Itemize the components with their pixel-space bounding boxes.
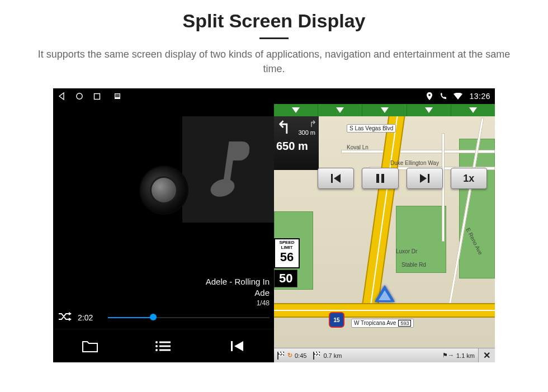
dist-checker-value: 0.7 km — [323, 352, 342, 359]
navigation-pane: 15 S Las Vegas Blvd Koval Ln Duke Elling… — [274, 104, 495, 362]
speed-limit-sign: SPEED LIMIT 56 — [274, 238, 300, 268]
route-flag-icon: ⚑→ — [442, 352, 454, 359]
speed-limit-value: 56 — [275, 251, 299, 264]
lane-guidance-strip — [274, 104, 495, 116]
lane-arrow-icon — [274, 104, 318, 116]
svg-point-9 — [155, 349, 158, 351]
main-turn-distance: 650 m — [276, 136, 316, 153]
svg-rect-12 — [331, 174, 333, 183]
road-label: S Las Vegas Blvd — [347, 124, 396, 133]
turn-left-icon: ↰ — [276, 119, 291, 136]
page-title: Split Screen Display — [0, 0, 548, 32]
open-folder-button[interactable] — [65, 339, 115, 353]
map-park-block — [459, 139, 495, 278]
nav-bottom-bar: ↻ 0:45 0.7 km ⚑→ 1.1 km ✕ — [274, 348, 495, 362]
page-subtitle: It supports the same screen display of t… — [0, 47, 548, 88]
close-button[interactable]: ✕ — [478, 348, 495, 362]
home-icon[interactable] — [75, 92, 83, 100]
svg-point-7 — [155, 345, 158, 347]
svg-rect-14 — [381, 174, 384, 183]
location-icon — [426, 92, 433, 100]
road-label: Koval Ln — [347, 144, 369, 150]
media-next-button[interactable] — [407, 168, 443, 189]
elapsed-time: 2:02 — [78, 313, 102, 322]
svg-rect-13 — [376, 174, 379, 183]
wifi-icon — [453, 93, 462, 100]
close-icon: ✕ — [483, 350, 490, 361]
road-label: Luxor Dr — [396, 248, 417, 254]
music-note-icon — [210, 141, 249, 197]
status-clock: 13:26 — [469, 92, 490, 101]
title-underline — [259, 37, 289, 39]
route-shield: 593 — [398, 320, 411, 327]
svg-rect-11 — [231, 341, 233, 351]
lane-arrow-icon — [318, 104, 362, 116]
interstate-shield-icon: 15 — [329, 312, 344, 328]
lane-arrow-icon — [362, 104, 407, 116]
road-label: W Tropicana Ave593 — [351, 319, 414, 328]
track-title: Adele - Rolling In — [53, 276, 270, 287]
track-artist: Ade — [53, 287, 270, 299]
recent-apps-icon[interactable] — [93, 93, 101, 100]
dist-flag-value: 1.1 km — [456, 352, 475, 359]
track-metadata: Adele - Rolling In Ade 1/48 — [53, 276, 274, 308]
assistive-joystick[interactable] — [140, 167, 187, 214]
checkered-flag-icon — [277, 352, 285, 360]
dist-checker-cell[interactable]: 0.7 km — [310, 352, 345, 360]
current-position-icon — [375, 285, 395, 302]
turn-instruction-panel: ↰ ↱ 300 m 650 m — [274, 116, 319, 170]
media-prev-button[interactable] — [318, 168, 354, 189]
svg-point-5 — [155, 341, 158, 343]
album-art-placeholder — [182, 116, 277, 223]
eta-clock-icon: ↻ — [287, 352, 292, 359]
track-index: 1/48 — [53, 299, 270, 308]
current-speed: 50 — [274, 270, 297, 287]
back-icon[interactable] — [58, 92, 65, 100]
svg-rect-10 — [159, 349, 171, 351]
media-pause-button[interactable] — [362, 168, 398, 189]
map-canvas[interactable]: 15 S Las Vegas Blvd Koval Ln Duke Elling… — [274, 116, 495, 348]
eta-value: 0:45 — [295, 352, 306, 359]
android-status-bar: 13:26 — [53, 88, 495, 104]
svg-rect-15 — [428, 174, 429, 183]
device-frame: 13:26 Adele - Rolling In Ade 1/48 — [53, 88, 495, 362]
svg-point-0 — [77, 93, 82, 99]
svg-point-4 — [429, 94, 431, 96]
phone-icon — [440, 93, 447, 100]
seek-bar[interactable] — [108, 315, 270, 320]
road-label: Stable Rd — [401, 262, 426, 268]
turn-right-icon: ↱ — [298, 119, 316, 129]
map-major-road-horizontal — [274, 303, 495, 318]
svg-rect-6 — [159, 341, 171, 343]
previous-track-button[interactable] — [212, 339, 262, 353]
svg-rect-3 — [115, 94, 120, 97]
svg-rect-8 — [159, 345, 171, 347]
road-label: Duke Ellington Way — [390, 160, 439, 166]
screenshot-notif-icon[interactable] — [114, 93, 121, 100]
eta-cell[interactable]: ↻ 0:45 — [274, 352, 310, 360]
lane-arrow-icon — [407, 104, 451, 116]
next-turn-distance: 300 m — [298, 129, 316, 136]
playback-speed-button[interactable]: 1x — [451, 168, 487, 189]
music-pane: Adele - Rolling In Ade 1/48 2:02 — [53, 104, 274, 362]
svg-rect-1 — [95, 93, 100, 99]
shuffle-icon[interactable] — [58, 311, 72, 324]
checkered-flag-icon — [313, 352, 321, 360]
music-bottom-bar — [53, 329, 274, 362]
playlist-button[interactable] — [138, 340, 188, 352]
dist-flag-cell[interactable]: ⚑→ 1.1 km — [439, 352, 478, 359]
lane-arrow-icon — [451, 104, 495, 116]
nav-media-controls: 1x — [318, 168, 487, 189]
